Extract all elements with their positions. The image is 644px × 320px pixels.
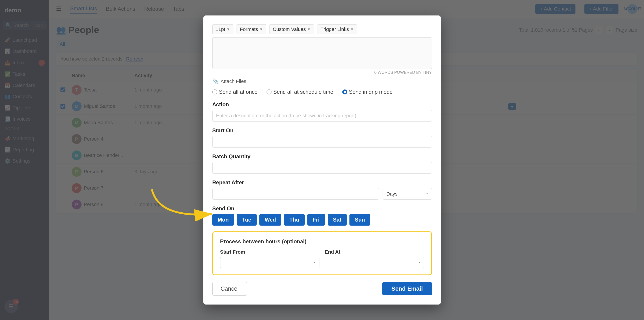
paperclip-icon: 📎	[212, 79, 218, 84]
end-at-col: End At 6:00 PM 9:00 PM 11:00 PM 12:00 AM	[325, 249, 424, 268]
day-sat-button[interactable]: Sat	[328, 214, 347, 226]
send-all-at-once-option[interactable]: Send all at once	[212, 89, 258, 95]
send-email-button[interactable]: Send Email	[382, 282, 432, 295]
cancel-button[interactable]: Cancel	[212, 282, 247, 295]
word-count: 0 WORDS POWERED BY TINY	[212, 70, 432, 75]
end-at-select[interactable]: 6:00 PM 9:00 PM 11:00 PM 12:00 AM	[325, 257, 424, 268]
day-wed-button[interactable]: Wed	[260, 214, 281, 226]
chevron-down-icon: ▼	[350, 27, 354, 31]
formats-label: Formats	[240, 27, 258, 32]
send-in-drip-mode-label: Send in drip mode	[349, 89, 393, 95]
start-from-select[interactable]: 12:00 AM 1:00 AM 6:00 AM 9:00 AM 12:00 P…	[220, 257, 320, 268]
chevron-down-icon: ▼	[260, 27, 263, 31]
repeat-after-unit-select[interactable]: Days Hours Minutes	[382, 188, 432, 200]
send-in-drip-mode-option[interactable]: Send in drip mode	[342, 89, 393, 95]
action-input[interactable]	[212, 110, 432, 122]
send-all-at-schedule-label: Send all at schedule time	[273, 89, 333, 95]
modal-overlay: 11pt ▼ Formats ▼ Custom Values ▼ Trigger…	[0, 0, 644, 320]
custom-values-menu[interactable]: Custom Values ▼	[270, 25, 314, 34]
send-on-section: Send On Mon Tue Wed Thu Fri Sat Sun	[212, 205, 432, 226]
repeat-after-section: Repeat After Days Hours Minutes	[212, 179, 432, 200]
action-label: Action	[212, 101, 432, 108]
start-on-input[interactable]	[212, 136, 432, 148]
send-all-at-once-label: Send all at once	[219, 89, 258, 95]
process-hours-grid: Start From 12:00 AM 1:00 AM 6:00 AM 9:00…	[220, 249, 424, 268]
days-row: Mon Tue Wed Thu Fri Sat Sun	[212, 214, 432, 226]
attach-files-label: Attach Files	[221, 79, 246, 84]
process-between-hours-box: Process between hours (optional) Start F…	[212, 231, 432, 275]
day-sun-button[interactable]: Sun	[350, 214, 370, 226]
batch-quantity-section: Batch Quantity	[212, 153, 432, 174]
start-from-col: Start From 12:00 AM 1:00 AM 6:00 AM 9:00…	[220, 249, 320, 268]
attach-files-row[interactable]: 📎 Attach Files	[212, 79, 432, 84]
trigger-links-label: Trigger Links	[320, 27, 349, 32]
modal-footer: Cancel Send Email	[212, 282, 432, 295]
batch-quantity-input[interactable]	[212, 162, 432, 174]
send-on-label: Send On	[212, 205, 432, 212]
font-size-selector[interactable]: 11pt ▼	[212, 25, 234, 34]
send-all-at-schedule-option[interactable]: Send all at schedule time	[266, 89, 333, 95]
email-editor[interactable]	[212, 38, 432, 69]
send-all-at-once-radio[interactable]	[212, 90, 217, 94]
start-on-section: Start On	[212, 127, 432, 148]
trigger-links-menu[interactable]: Trigger Links ▼	[317, 25, 357, 34]
chevron-down-icon: ▼	[226, 27, 230, 31]
day-thu-button[interactable]: Thu	[284, 214, 305, 226]
repeat-after-input[interactable]	[212, 188, 379, 200]
font-size-value: 11pt	[216, 27, 225, 32]
custom-values-label: Custom Values	[273, 27, 306, 32]
start-on-label: Start On	[212, 127, 432, 134]
day-fri-button[interactable]: Fri	[307, 214, 325, 226]
editor-toolbar: 11pt ▼ Formats ▼ Custom Values ▼ Trigger…	[212, 25, 432, 34]
repeat-after-label: Repeat After	[212, 179, 432, 186]
send-in-drip-mode-radio-checked	[342, 90, 347, 94]
send-options-row: Send all at once Send all at schedule ti…	[212, 89, 432, 95]
formats-menu[interactable]: Formats ▼	[236, 25, 266, 34]
chevron-down-icon: ▼	[307, 27, 311, 31]
batch-quantity-label: Batch Quantity	[212, 153, 432, 160]
process-hours-title: Process between hours (optional)	[220, 238, 424, 245]
repeat-after-row: Days Hours Minutes	[212, 188, 432, 200]
start-from-label: Start From	[220, 249, 320, 255]
day-tue-button[interactable]: Tue	[237, 214, 257, 226]
day-mon-button[interactable]: Mon	[212, 214, 234, 226]
send-all-at-schedule-radio[interactable]	[266, 90, 272, 94]
action-section: Action	[212, 101, 432, 122]
email-modal: 11pt ▼ Formats ▼ Custom Values ▼ Trigger…	[204, 16, 441, 304]
end-at-label: End At	[325, 249, 424, 255]
